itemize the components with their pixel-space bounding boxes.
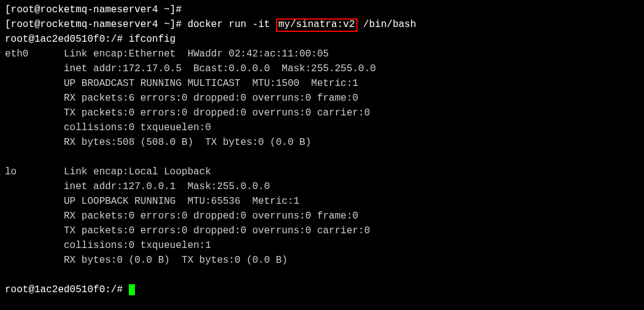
ifconfig-eth0-line5: TX packets:0 errors:0 dropped:0 overruns…	[5, 107, 370, 118]
ifconfig-lo-line7: RX bytes:0 (0.0 B) TX bytes:0 (0.0 B)	[5, 255, 288, 266]
ifconfig-lo-line1: lo Link encap:Local Loopback	[5, 166, 211, 177]
ifconfig-eth0-line2: inet addr:172.17.0.5 Bcast:0.0.0.0 Mask:…	[5, 63, 376, 74]
container-prompt-2: root@1ac2ed0510f0:/#	[5, 284, 129, 295]
ifconfig-lo-line2: inet addr:127.0.0.1 Mask:255.0.0.0	[5, 181, 270, 192]
terminal-output[interactable]: [root@rocketmq-nameserver4 ~]# [root@roc…	[5, 2, 639, 297]
ifconfig-eth0-line1: eth0 Link encap:Ethernet HWaddr 02:42:ac…	[5, 48, 329, 60]
docker-cmd-pre: docker run -it	[188, 19, 276, 30]
container-prompt-1: root@1ac2ed0510f0:/#	[5, 34, 129, 45]
ifconfig-lo-line4: RX packets:0 errors:0 dropped:0 overruns…	[5, 211, 358, 222]
ifconfig-cmd: ifconfig	[129, 34, 176, 45]
docker-cmd-post: /bin/bash	[358, 19, 416, 30]
ifconfig-lo-line6: collisions:0 txqueuelen:1	[5, 240, 211, 251]
shell-prompt-1: [root@rocketmq-nameserver4 ~]#	[5, 4, 182, 15]
ifconfig-lo-line3: UP LOOPBACK RUNNING MTU:65536 Metric:1	[5, 196, 299, 207]
ifconfig-eth0-line7: RX bytes:508 (508.0 B) TX bytes:0 (0.0 B…	[5, 137, 311, 148]
highlighted-image-tag: my/sinatra:v2	[276, 18, 358, 32]
ifconfig-eth0-line6: collisions:0 txqueuelen:0	[5, 122, 211, 133]
shell-prompt-2: [root@rocketmq-nameserver4 ~]#	[5, 19, 188, 30]
cursor-icon	[129, 284, 135, 295]
ifconfig-eth0-line4: RX packets:6 errors:0 dropped:0 overruns…	[5, 93, 358, 104]
ifconfig-lo-line5: TX packets:0 errors:0 dropped:0 overruns…	[5, 225, 370, 236]
ifconfig-eth0-line3: UP BROADCAST RUNNING MULTICAST MTU:1500 …	[5, 78, 358, 89]
